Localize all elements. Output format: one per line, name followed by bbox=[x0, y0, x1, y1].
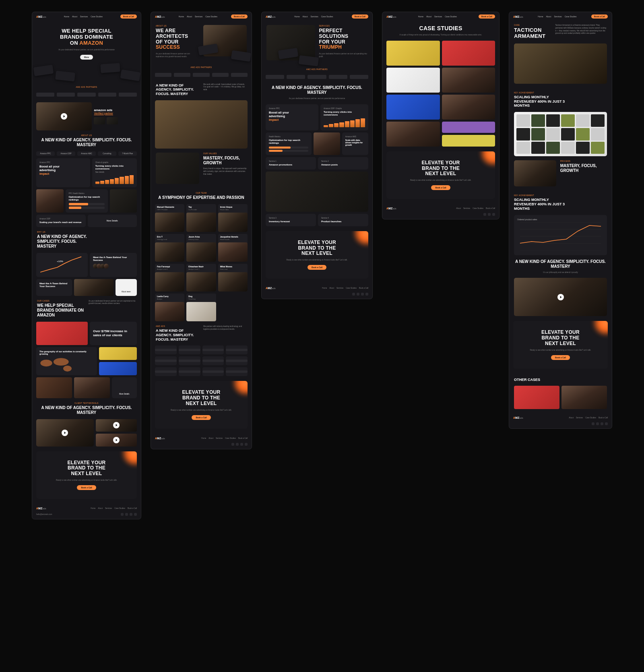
nav-cta[interactable]: Book a Call bbox=[479, 14, 495, 19]
social-icon[interactable] bbox=[596, 422, 599, 425]
case-thumb[interactable] bbox=[36, 377, 72, 398]
tab[interactable]: Amazon PPC bbox=[36, 151, 55, 156]
footer-link[interactable]: About bbox=[98, 507, 103, 509]
nav-item[interactable]: Services bbox=[311, 15, 318, 18]
footer-link[interactable]: Book a Call bbox=[238, 437, 248, 439]
nav-item[interactable]: Services bbox=[554, 15, 562, 18]
logo[interactable]: AMZads bbox=[386, 207, 396, 210]
logo[interactable]: AMZads bbox=[36, 507, 46, 510]
cta-button[interactable]: Book a Call bbox=[551, 355, 570, 360]
footer-link[interactable]: Book a Call bbox=[486, 207, 495, 209]
footer-link[interactable]: About bbox=[569, 417, 574, 419]
case-thumb[interactable] bbox=[442, 95, 495, 120]
case-thumb[interactable] bbox=[442, 122, 495, 147]
social-icon[interactable] bbox=[352, 293, 355, 296]
footer-link[interactable]: Book a Call bbox=[128, 507, 137, 509]
case-thumb[interactable] bbox=[386, 41, 440, 66]
video-thumb[interactable] bbox=[514, 278, 607, 316]
logo[interactable]: AMZads bbox=[386, 15, 396, 18]
social-icon[interactable] bbox=[245, 443, 248, 446]
nav-cta[interactable]: Book a Call bbox=[352, 14, 368, 19]
logo[interactable]: AMZads bbox=[266, 15, 276, 18]
nav-item[interactable]: Case Studies bbox=[565, 15, 577, 18]
footer-link[interactable]: Services bbox=[105, 507, 112, 509]
social-icon[interactable] bbox=[134, 513, 137, 516]
nav-item[interactable]: About bbox=[426, 15, 431, 18]
footer-link[interactable]: Services bbox=[216, 437, 223, 439]
case-thumb[interactable] bbox=[386, 68, 440, 93]
social-icon[interactable] bbox=[231, 443, 234, 446]
social-icon[interactable] bbox=[601, 422, 603, 425]
hero-btn[interactable]: More bbox=[80, 55, 93, 60]
nav-item[interactable]: About bbox=[546, 15, 551, 18]
cta-button[interactable]: Book a Call bbox=[308, 265, 326, 270]
logo[interactable]: AMZads bbox=[513, 15, 523, 18]
social-icon[interactable] bbox=[488, 213, 491, 216]
footer-link[interactable]: Book a Call bbox=[599, 417, 608, 419]
footer-link[interactable]: Home bbox=[91, 507, 95, 509]
social-icon[interactable] bbox=[361, 293, 364, 296]
case-thumb[interactable] bbox=[386, 95, 440, 120]
footer-link[interactable]: Case Studies bbox=[225, 437, 236, 439]
nav-item[interactable]: Home bbox=[179, 15, 184, 18]
nav-item[interactable]: Case Studies bbox=[205, 15, 217, 18]
social-icon[interactable] bbox=[240, 443, 243, 446]
logo[interactable]: AMZads bbox=[513, 416, 523, 419]
logo[interactable]: AMZads bbox=[36, 15, 46, 18]
video-thumb[interactable] bbox=[96, 419, 137, 432]
nav-cta[interactable]: Book a Call bbox=[591, 14, 608, 19]
social-icon[interactable] bbox=[357, 293, 359, 296]
social-icon[interactable] bbox=[592, 422, 594, 425]
nav-item[interactable]: Case Studies bbox=[91, 15, 103, 18]
nav-cta[interactable]: Book a Call bbox=[120, 14, 137, 19]
video-thumb[interactable] bbox=[96, 434, 137, 447]
nav-item[interactable]: Home bbox=[418, 15, 423, 18]
nav-item[interactable]: Services bbox=[80, 15, 88, 18]
footer-link[interactable]: Case Studies bbox=[346, 287, 357, 289]
case-thumb[interactable] bbox=[99, 362, 137, 375]
social-icon[interactable] bbox=[236, 443, 239, 446]
social-icon[interactable] bbox=[130, 513, 132, 516]
social-icon[interactable] bbox=[125, 513, 128, 516]
cta-button[interactable]: Book a Call bbox=[77, 485, 96, 490]
tab[interactable]: 7-Month Plan bbox=[118, 151, 137, 156]
footer-link[interactable]: Services bbox=[463, 207, 470, 209]
case-thumb[interactable] bbox=[74, 377, 110, 398]
footer-link[interactable]: Home bbox=[322, 287, 327, 289]
case-thumb[interactable] bbox=[386, 122, 440, 147]
tab[interactable]: Amazon DSP bbox=[57, 151, 75, 156]
footer-link[interactable]: Book a Call bbox=[359, 287, 368, 289]
footer-link[interactable]: About bbox=[208, 437, 213, 439]
case-thumb[interactable] bbox=[36, 322, 88, 345]
footer-link[interactable]: Case Studies bbox=[114, 507, 125, 509]
social-icon[interactable] bbox=[492, 213, 495, 216]
more-link[interactable]: More Details bbox=[88, 215, 137, 227]
footer-link[interactable]: Case Studies bbox=[473, 207, 483, 209]
case-thumb[interactable] bbox=[514, 386, 559, 409]
nav-item[interactable]: About bbox=[187, 15, 192, 18]
more-link[interactable]: More Details bbox=[112, 377, 137, 398]
logo[interactable]: AMZads bbox=[266, 287, 276, 289]
footer-link[interactable]: Services bbox=[336, 287, 343, 289]
footer-link[interactable]: Case Studies bbox=[585, 417, 596, 419]
cta-button[interactable]: Book a Call bbox=[431, 185, 450, 190]
nav-item[interactable]: Case Studies bbox=[445, 15, 457, 18]
nav-item[interactable]: Services bbox=[195, 15, 202, 18]
logo[interactable]: AMZads bbox=[155, 15, 165, 18]
footer-link[interactable]: About bbox=[456, 207, 461, 209]
nav-item[interactable]: About bbox=[72, 15, 77, 18]
logo[interactable]: AMZads bbox=[155, 437, 165, 440]
about-link[interactable]: About team bbox=[116, 279, 137, 296]
nav-item[interactable]: Home bbox=[538, 15, 543, 18]
social-icon[interactable] bbox=[121, 513, 124, 516]
social-icon[interactable] bbox=[483, 213, 486, 216]
video-thumb[interactable] bbox=[36, 419, 94, 447]
cta-button[interactable]: Book a Call bbox=[192, 415, 211, 420]
social-icon[interactable] bbox=[605, 422, 608, 425]
nav-item[interactable]: Home bbox=[64, 15, 69, 18]
case-thumb[interactable] bbox=[99, 347, 137, 360]
social-icon[interactable] bbox=[365, 293, 368, 296]
nav-item[interactable]: About bbox=[302, 15, 308, 18]
case-thumb[interactable] bbox=[442, 41, 495, 66]
nav-item[interactable]: Home bbox=[294, 15, 299, 18]
